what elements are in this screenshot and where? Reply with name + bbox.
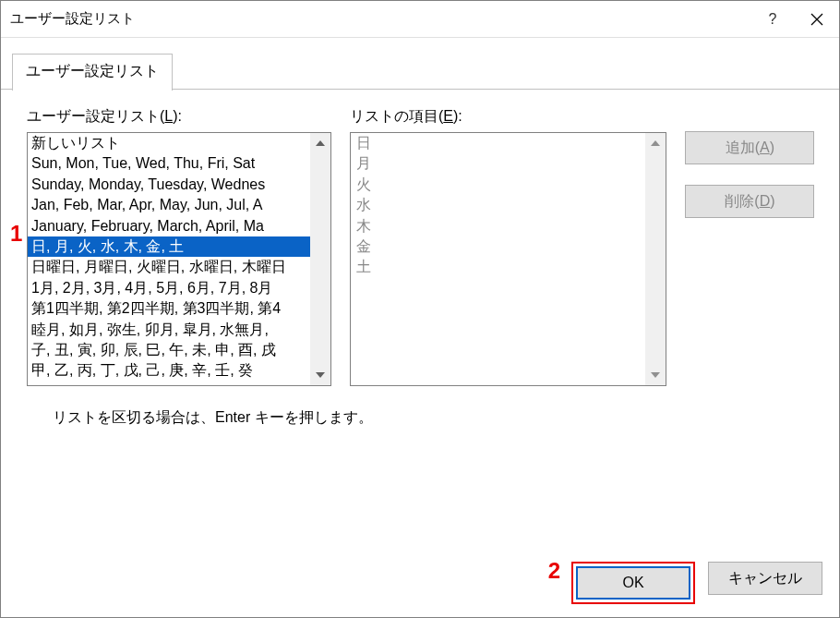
list-row[interactable]: Sun, Mon, Tue, Wed, Thu, Fri, Sat	[28, 153, 310, 174]
tab-bar: ユーザー設定リスト	[12, 53, 839, 90]
custom-lists-listbox[interactable]: 新しいリストSun, Mon, Tue, Wed, Thu, Fri, SatS…	[27, 132, 331, 386]
left-column: ユーザー設定リスト(L): 新しいリストSun, Mon, Tue, Wed, …	[27, 107, 331, 386]
chevron-up-icon	[316, 140, 325, 146]
custom-lists-label: ユーザー設定リスト(L):	[27, 107, 331, 127]
list-row[interactable]: Sunday, Monday, Tuesday, Wednes	[28, 175, 310, 195]
window-title: ユーザー設定リスト	[10, 10, 135, 28]
cancel-button[interactable]: キャンセル	[708, 562, 822, 595]
ok-button[interactable]: OK	[576, 566, 690, 600]
list-items-content: 日月火水木金土	[351, 133, 645, 385]
list-item: 木	[356, 216, 640, 236]
list-row[interactable]: Jan, Feb, Mar, Apr, May, Jun, Jul, A	[28, 195, 310, 215]
list-row[interactable]: 睦月, 如月, 弥生, 卯月, 皐月, 水無月,	[28, 320, 310, 340]
list-items-label: リストの項目(E):	[350, 107, 666, 127]
help-button[interactable]: ?	[750, 1, 795, 38]
list-row[interactable]: 第1四半期, 第2四半期, 第3四半期, 第4	[28, 298, 310, 319]
list-item: 金	[356, 236, 640, 257]
dialog-body: ユーザー設定リスト(L): 新しいリストSun, Mon, Tue, Wed, …	[1, 91, 839, 386]
hint-text: リストを区切る場合は、Enter キーを押します。	[53, 408, 839, 428]
custom-lists-items: 新しいリストSun, Mon, Tue, Wed, Thu, Fri, SatS…	[28, 133, 310, 385]
list-row[interactable]: 日, 月, 火, 水, 木, 金, 土	[28, 236, 310, 257]
scrollbar[interactable]	[310, 133, 330, 385]
add-button[interactable]: 追加(A)	[685, 131, 814, 164]
dialog-window: ユーザー設定リスト ? ユーザー設定リスト ユーザー設定リスト(L): 新しいリ…	[0, 0, 840, 618]
scroll-up-arrow[interactable]	[310, 133, 330, 153]
middle-column: リストの項目(E): 日月火水木金土	[350, 107, 666, 386]
tab-custom-lists[interactable]: ユーザー設定リスト	[12, 54, 173, 91]
annotation-1: 1	[10, 221, 22, 247]
chevron-up-icon	[651, 140, 660, 146]
right-column: 追加(A) 削除(D)	[685, 107, 822, 386]
list-item: 月	[356, 153, 640, 174]
list-row[interactable]: January, February, March, April, Ma	[28, 216, 310, 236]
delete-button[interactable]: 削除(D)	[685, 185, 814, 218]
chevron-down-icon	[316, 372, 325, 378]
scroll-up-arrow[interactable]	[645, 133, 666, 153]
scrollbar[interactable]	[645, 133, 666, 385]
list-item: 火	[356, 175, 640, 195]
dialog-footer: OK キャンセル	[571, 562, 822, 604]
list-items-box[interactable]: 日月火水木金土	[350, 132, 666, 386]
close-button[interactable]	[795, 1, 839, 38]
annotation-2: 2	[548, 558, 560, 584]
tab-label: ユーザー設定リスト	[26, 63, 159, 79]
close-icon	[810, 13, 823, 26]
chevron-down-icon	[651, 372, 660, 378]
list-item: 水	[356, 195, 640, 215]
ok-highlight: OK	[571, 562, 695, 604]
list-row[interactable]: 1月, 2月, 3月, 4月, 5月, 6月, 7月, 8月	[28, 278, 310, 298]
list-row[interactable]: 甲, 乙, 丙, 丁, 戊, 己, 庚, 辛, 壬, 癸	[28, 360, 310, 381]
scroll-down-arrow[interactable]	[645, 365, 666, 385]
list-row[interactable]: 新しいリスト	[28, 133, 310, 153]
list-row[interactable]: 日曜日, 月曜日, 火曜日, 水曜日, 木曜日	[28, 257, 310, 277]
scroll-down-arrow[interactable]	[310, 365, 330, 385]
list-item: 土	[356, 257, 640, 277]
title-bar: ユーザー設定リスト ?	[1, 1, 839, 38]
list-row[interactable]: 子, 丑, 寅, 卯, 辰, 巳, 午, 未, 申, 酉, 戌	[28, 340, 310, 360]
list-item: 日	[356, 133, 640, 153]
window-controls: ?	[750, 1, 839, 37]
